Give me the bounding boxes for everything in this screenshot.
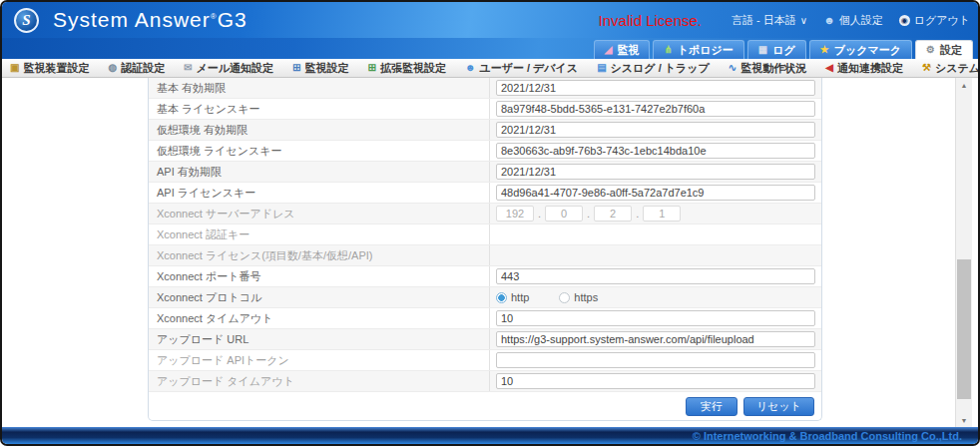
menu-item-label: ユーザー / デバイス xyxy=(479,61,578,76)
menu-item-auth-settings[interactable]: ◍認証設定 xyxy=(108,61,165,76)
logout-link[interactable]: ◉ ログアウト xyxy=(899,13,970,28)
menu-item-label: 通知連携設定 xyxy=(837,61,903,76)
form-row-upload-url: アップロード URL xyxy=(149,329,821,350)
upload-url-input[interactable] xyxy=(496,331,815,347)
tab-bar: ◢監視⋔トポロジー▦ログ★ブックマーク⚙設定 xyxy=(2,38,978,59)
menu-item-notification-link-settings[interactable]: ◀通知連携設定 xyxy=(825,61,903,76)
xconnect-server-address-octet-3[interactable] xyxy=(594,206,632,222)
virtual-expiration-label: 仮想環境 有効期限 xyxy=(149,120,490,140)
xconnect-port-field xyxy=(490,266,821,286)
execute-button[interactable]: 実行 xyxy=(686,397,737,416)
api-license-key-input[interactable] xyxy=(496,185,815,201)
tab-bookmark[interactable]: ★ブックマーク xyxy=(809,40,912,59)
personal-settings-link[interactable]: ☻ 個人設定 xyxy=(823,13,883,28)
menu-item-syslog-trap[interactable]: ▤シスログ / トラップ xyxy=(597,61,710,76)
brand-title: System Answer®G3 xyxy=(53,8,247,32)
invalid-license-status: Invalid License. xyxy=(599,12,702,29)
menu-item-monitor-settings[interactable]: ⊞監視設定 xyxy=(292,61,348,76)
menu-item-system-settings[interactable]: ⚒システム設定 xyxy=(922,61,980,76)
tab-topology[interactable]: ⋔トポロジー xyxy=(653,40,743,59)
vertical-scrollbar[interactable]: ▲ ▼ xyxy=(955,78,972,427)
tab-settings[interactable]: ⚙設定 xyxy=(915,40,973,59)
app-footer: © Internetworking & Broadband Consulting… xyxy=(2,427,978,444)
form-row-virtual-expiration: 仮想環境 有効期限 xyxy=(149,120,821,141)
xconnect-server-address-octet-2[interactable] xyxy=(545,206,583,222)
topology-icon: ⋔ xyxy=(664,45,672,55)
radio-selected-icon xyxy=(496,292,507,303)
menu-item-extended-monitor-settings[interactable]: ⊞拡張監視設定 xyxy=(367,61,445,76)
xconnect-server-address-field: ... xyxy=(490,204,821,223)
form-row-xconnect-server-address: Xconnect サーバーアドレス... xyxy=(149,204,821,224)
form-row-api-expiration: API 有効期限 xyxy=(149,162,821,183)
xconnect-protocol-option-https[interactable]: https xyxy=(559,291,598,303)
ip-separator: . xyxy=(587,208,590,220)
language-selector[interactable]: 言語 - 日本語 ∨ xyxy=(732,13,807,28)
tab-log[interactable]: ▦ログ xyxy=(747,40,806,59)
scroll-down-arrow-icon[interactable]: ▼ xyxy=(956,413,972,427)
xconnect-timeout-input[interactable] xyxy=(496,310,815,326)
user-device-icon: ☻ xyxy=(465,63,476,73)
tab-label: ログ xyxy=(772,43,795,58)
xconnect-port-label: Xconnect ポート番号 xyxy=(149,266,490,286)
device-settings-icon: ▣ xyxy=(10,63,19,73)
form-row-basic-license-key: 基本 ライセンスキー xyxy=(149,99,821,120)
scrollbar-thumb[interactable] xyxy=(957,259,971,399)
reset-button[interactable]: リセット xyxy=(743,397,814,416)
menu-item-mail-notification-settings[interactable]: ✉メール通知設定 xyxy=(184,61,273,76)
api-expiration-label: API 有効期限 xyxy=(149,162,490,182)
virtual-expiration-input[interactable] xyxy=(496,122,815,138)
upload-timeout-input[interactable] xyxy=(496,373,815,389)
virtual-license-key-field xyxy=(490,141,821,161)
basic-license-key-field xyxy=(490,99,821,119)
basic-license-key-input[interactable] xyxy=(496,101,815,117)
upload-api-token-label: アップロード APIトークン xyxy=(149,350,490,370)
mail-notification-settings-icon: ✉ xyxy=(184,63,192,73)
brand-logo-icon: S xyxy=(14,8,39,33)
menu-item-label: 監視動作状況 xyxy=(740,61,806,76)
menu-item-label: メール通知設定 xyxy=(197,61,274,76)
xconnect-license-label: Xconnect ライセンス(項目数/基本/仮想/API) xyxy=(149,245,490,265)
menu-item-user-device[interactable]: ☻ユーザー / デバイス xyxy=(465,61,578,76)
api-license-key-label: API ライセンスキー xyxy=(149,183,490,203)
license-form: 基本 有効期限基本 ライセンスキー仮想環境 有効期限仮想環境 ライセンスキーAP… xyxy=(149,78,821,392)
menu-item-device-settings[interactable]: ▣監視装置設定 xyxy=(10,61,89,76)
form-row-xconnect-protocol: Xconnect プロトコルhttphttps xyxy=(149,287,821,308)
xconnect-timeout-field xyxy=(490,308,821,328)
xconnect-server-address-octet-1[interactable] xyxy=(496,206,534,222)
xconnect-protocol-option-http[interactable]: http xyxy=(496,291,529,303)
tab-monitoring[interactable]: ◢監視 xyxy=(594,40,651,59)
virtual-license-key-input[interactable] xyxy=(496,143,815,159)
menu-item-label: 拡張監視設定 xyxy=(380,61,446,76)
menu-item-label: 監視装置設定 xyxy=(23,61,89,76)
xconnect-server-address-label: Xconnect サーバーアドレス xyxy=(149,204,490,223)
api-expiration-field xyxy=(490,162,821,182)
api-expiration-input[interactable] xyxy=(496,164,815,180)
ip-separator: . xyxy=(636,208,639,220)
auth-settings-icon: ◍ xyxy=(108,63,117,73)
app-header: S System Answer®G3 Invalid License. 言語 -… xyxy=(2,2,978,38)
form-row-xconnect-timeout: Xconnect タイムアウト xyxy=(149,308,821,329)
form-row-xconnect-auth-key: Xconnect 認証キー xyxy=(149,224,821,245)
tab-label: 設定 xyxy=(940,43,962,58)
chevron-down-icon: ∨ xyxy=(800,15,807,26)
upload-url-label: アップロード URL xyxy=(149,329,490,349)
api-license-key-field xyxy=(490,183,821,203)
extended-monitor-settings-icon: ⊞ xyxy=(367,63,375,73)
syslog-trap-icon: ▤ xyxy=(597,63,606,73)
settings-icon: ⚙ xyxy=(926,45,935,55)
virtual-expiration-field xyxy=(490,120,821,140)
xconnect-protocol-field: httphttps xyxy=(490,287,821,307)
scroll-up-arrow-icon[interactable]: ▲ xyxy=(956,78,972,92)
form-row-xconnect-license: Xconnect ライセンス(項目数/基本/仮想/API) xyxy=(149,245,821,266)
virtual-license-key-label: 仮想環境 ライセンスキー xyxy=(149,141,490,161)
xconnect-server-address-octet-4[interactable] xyxy=(643,206,681,222)
form-row-api-license-key: API ライセンスキー xyxy=(149,183,821,204)
menu-item-monitor-status[interactable]: ∿監視動作状況 xyxy=(729,61,806,76)
form-button-bar: 実行 リセット xyxy=(149,392,821,420)
xconnect-license-field xyxy=(490,245,821,265)
monitoring-icon: ◢ xyxy=(605,45,613,55)
xconnect-port-input[interactable] xyxy=(496,268,815,284)
upload-api-token-input[interactable] xyxy=(496,352,815,368)
basic-expiration-input[interactable] xyxy=(496,80,815,96)
menu-item-label: 監視設定 xyxy=(304,61,348,76)
